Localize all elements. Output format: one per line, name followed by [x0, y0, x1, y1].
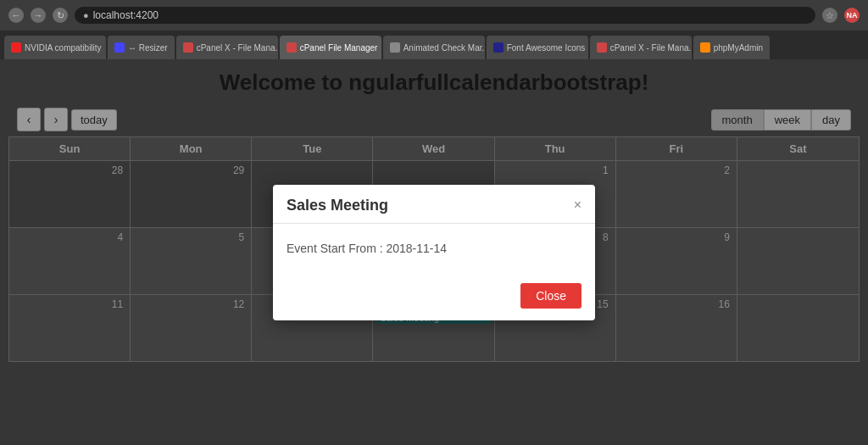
browser-tab-5[interactable]: Font Awesome Icons [487, 36, 588, 59]
modal-footer: Close [273, 275, 595, 320]
user-avatar: NA [844, 8, 860, 23]
tab-label-0: NVIDIA compatibility [25, 43, 102, 53]
browser-tab-7[interactable]: phpMyAdmin [693, 36, 770, 59]
modal-close-button[interactable]: Close [520, 283, 581, 309]
modal-close-x-button[interactable]: × [574, 198, 581, 212]
browser-toolbar: ← → ↻ ● localhost:4200 ☆ NA [0, 0, 868, 31]
tab-label-3: cPanel File Manager [300, 43, 378, 53]
url-bar[interactable]: ● localhost:4200 [75, 7, 815, 24]
refresh-button[interactable]: ↻ [53, 8, 68, 23]
bookmark-button[interactable]: ☆ [822, 8, 837, 23]
modal-overlay: Sales Meeting × Event Start From : 2018-… [0, 59, 868, 445]
tab-label-7: phpMyAdmin [714, 43, 763, 53]
modal-title: Sales Meeting [287, 197, 388, 214]
tab-favicon-0 [11, 42, 21, 53]
browser-chrome: ← → ↻ ● localhost:4200 ☆ NA NVIDIA compa… [0, 0, 868, 59]
browser-tab-3[interactable]: cPanel File Manager [280, 36, 381, 59]
browser-tabs: NVIDIA compatibility↔ ResizercPanel X - … [0, 31, 868, 59]
modal-event-text: Event Start From : 2018-11-14 [287, 242, 447, 255]
tab-label-5: Font Awesome Icons [507, 43, 586, 53]
forward-button[interactable]: → [31, 8, 46, 23]
tab-favicon-4 [390, 42, 400, 53]
browser-tab-6[interactable]: cPanel X - File Mana... [590, 36, 692, 59]
back-button[interactable]: ← [8, 8, 24, 23]
browser-tab-4[interactable]: Animated Check Mar... [383, 36, 485, 59]
tab-favicon-2 [183, 42, 193, 53]
tab-favicon-7 [700, 42, 710, 53]
tab-favicon-3 [287, 42, 297, 53]
modal-header: Sales Meeting × [273, 185, 595, 224]
tab-label-6: cPanel X - File Mana... [610, 43, 692, 53]
browser-tab-2[interactable]: cPanel X - File Mana... [176, 36, 278, 59]
tab-label-4: Animated Check Mar... [403, 43, 485, 53]
tab-label-2: cPanel X - File Mana... [197, 43, 278, 53]
modal-body: Event Start From : 2018-11-14 [273, 224, 595, 275]
tab-label-1: ↔ Resizer [128, 43, 168, 53]
tab-favicon-1 [114, 42, 125, 53]
browser-tab-1[interactable]: ↔ Resizer [108, 36, 175, 59]
modal-dialog: Sales Meeting × Event Start From : 2018-… [273, 185, 595, 320]
browser-tab-0[interactable]: NVIDIA compatibility [4, 36, 106, 59]
url-text: localhost:4200 [93, 9, 159, 21]
app-container: Welcome to ngularfullcalendarbootstrap! … [0, 59, 868, 445]
tab-favicon-6 [597, 42, 607, 53]
tab-favicon-5 [493, 42, 504, 53]
